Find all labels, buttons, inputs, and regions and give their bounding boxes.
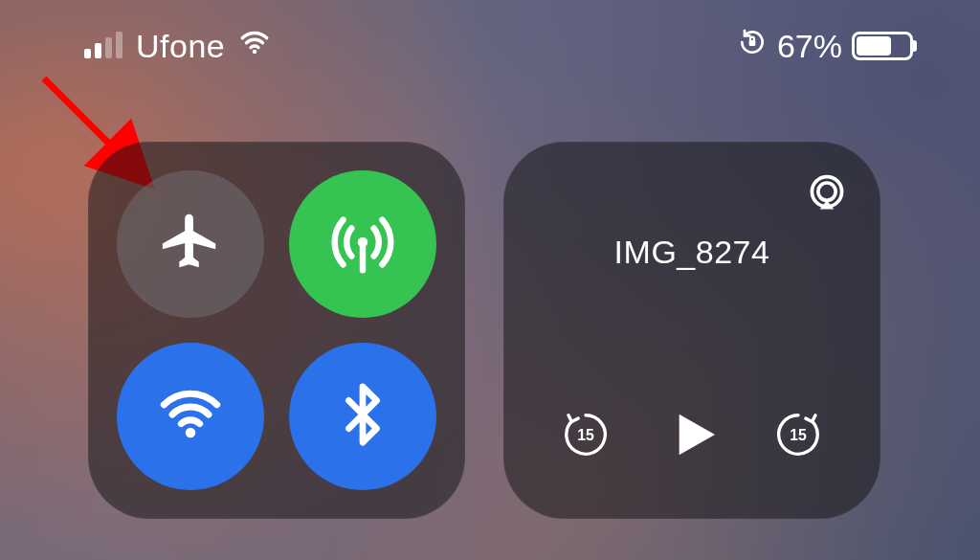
status-left: Ufone: [84, 26, 271, 66]
cellular-antenna-icon: [329, 209, 396, 280]
connectivity-panel[interactable]: [88, 142, 465, 519]
battery-percent-label: 67%: [777, 28, 842, 65]
cellular-signal-icon: [84, 34, 122, 58]
control-center-panels: IMG_8274 15: [88, 142, 880, 519]
skip-back-15-icon: 15: [560, 409, 612, 464]
bluetooth-icon: [329, 381, 396, 452]
svg-point-0: [253, 50, 257, 55]
battery-fill: [857, 36, 891, 56]
media-controls: 15 15: [503, 398, 880, 475]
airplane-icon: [157, 209, 224, 280]
wifi-toggle[interactable]: [117, 343, 264, 490]
airplay-button[interactable]: [800, 168, 854, 222]
wifi-icon: [157, 381, 224, 452]
svg-text:15: 15: [577, 427, 594, 443]
status-bar: Ufone 67%: [0, 23, 980, 69]
skip-forward-button[interactable]: 15: [768, 406, 829, 467]
bluetooth-toggle[interactable]: [289, 343, 436, 490]
svg-text:15: 15: [791, 427, 808, 443]
battery-icon: [852, 32, 913, 60]
wifi-status-icon: [238, 26, 271, 66]
status-right: 67%: [737, 27, 913, 65]
carrier-label: Ufone: [136, 28, 225, 65]
svg-point-5: [186, 428, 196, 438]
airplay-icon: [806, 172, 848, 218]
connectivity-grid: [88, 142, 465, 519]
play-button[interactable]: [654, 398, 730, 475]
airplane-mode-toggle[interactable]: [117, 170, 264, 318]
now-playing-title: IMG_8274: [503, 234, 880, 271]
skip-forward-15-icon: 15: [772, 409, 824, 464]
cellular-data-toggle[interactable]: [289, 170, 436, 318]
svg-point-7: [818, 183, 835, 200]
skip-back-button[interactable]: 15: [555, 406, 616, 467]
media-panel[interactable]: IMG_8274 15: [503, 142, 880, 519]
rotation-lock-icon: [737, 27, 768, 65]
play-icon: [661, 404, 723, 469]
